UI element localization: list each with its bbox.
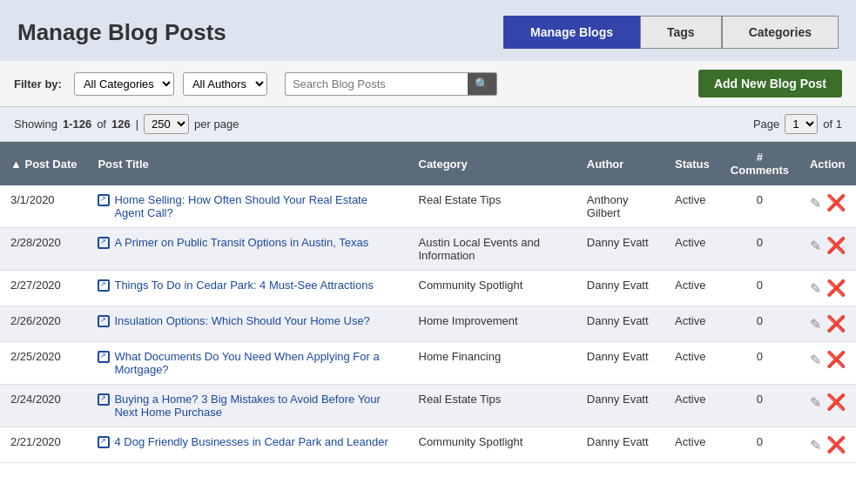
cell-date: 2/25/2020 bbox=[0, 342, 87, 385]
col-post-title: Post Title bbox=[87, 142, 408, 185]
post-title-text: What Documents Do You Need When Applying… bbox=[114, 350, 397, 376]
cell-author: Danny Evatt bbox=[576, 385, 664, 427]
page-label: Page bbox=[753, 118, 779, 131]
cell-status: Active bbox=[664, 427, 720, 463]
cell-comments: 0 bbox=[720, 271, 799, 306]
post-title-link[interactable]: Things To Do in Cedar Park: 4 Must-See A… bbox=[98, 279, 397, 292]
add-blog-post-button[interactable]: Add New Blog Post bbox=[698, 70, 842, 97]
table-row: 2/28/2020 A Primer on Public Transit Opt… bbox=[0, 228, 856, 271]
post-title-text: Home Selling: How Often Should Your Real… bbox=[114, 193, 397, 219]
col-status: Status bbox=[664, 142, 720, 185]
delete-button[interactable]: ❌ bbox=[826, 314, 846, 333]
search-icon: 🔍 bbox=[475, 77, 489, 91]
delete-button[interactable]: ❌ bbox=[826, 393, 846, 412]
cell-comments: 0 bbox=[720, 385, 799, 427]
delete-button[interactable]: ❌ bbox=[826, 236, 846, 255]
edit-button[interactable]: ✎ bbox=[810, 352, 821, 368]
cell-action: ✎ ❌ bbox=[799, 342, 856, 385]
filter-label: Filter by: bbox=[14, 77, 62, 91]
page-title: Manage Blog Posts bbox=[17, 19, 226, 46]
external-link-icon bbox=[98, 393, 110, 406]
cell-action: ✎ ❌ bbox=[799, 271, 856, 306]
edit-button[interactable]: ✎ bbox=[810, 195, 821, 212]
cell-category: Community Spotlight bbox=[408, 427, 576, 463]
cell-comments: 0 bbox=[720, 427, 799, 463]
cell-title: 4 Dog Friendly Businesses in Cedar Park … bbox=[87, 427, 408, 463]
cell-author: Danny Evatt bbox=[576, 271, 664, 306]
delete-button[interactable]: ❌ bbox=[826, 279, 846, 298]
edit-button[interactable]: ✎ bbox=[810, 394, 821, 411]
table-row: 2/24/2020 Buying a Home? 3 Big Mistakes … bbox=[0, 385, 856, 427]
post-title-text: Insulation Options: Which Should Your Ho… bbox=[114, 314, 369, 327]
table-header-row: ▲ Post Date Post Title Category Author S… bbox=[0, 142, 856, 185]
cell-category: Community Spotlight bbox=[408, 271, 576, 306]
cell-status: Active bbox=[664, 185, 720, 228]
cell-title: Home Selling: How Often Should Your Real… bbox=[87, 185, 408, 228]
cell-status: Active bbox=[664, 385, 720, 427]
page-select[interactable]: 1 bbox=[785, 114, 818, 134]
delete-button[interactable]: ❌ bbox=[826, 193, 846, 212]
post-title-text: Things To Do in Cedar Park: 4 Must-See A… bbox=[114, 279, 373, 292]
cell-title: What Documents Do You Need When Applying… bbox=[87, 342, 408, 385]
post-title-text: A Primer on Public Transit Options in Au… bbox=[114, 236, 368, 249]
filter-bar: Filter by: All Categories All Authors 🔍 … bbox=[0, 61, 856, 107]
post-title-link[interactable]: A Primer on Public Transit Options in Au… bbox=[98, 236, 397, 249]
showing-range: 1-126 bbox=[63, 118, 91, 131]
tab-tags[interactable]: Tags bbox=[640, 16, 722, 49]
post-title-link[interactable]: Home Selling: How Often Should Your Real… bbox=[98, 193, 397, 219]
cell-date: 2/28/2020 bbox=[0, 228, 87, 271]
post-title-text: 4 Dog Friendly Businesses in Cedar Park … bbox=[114, 435, 388, 448]
cell-author: Danny Evatt bbox=[576, 306, 664, 342]
post-title-link[interactable]: What Documents Do You Need When Applying… bbox=[98, 350, 397, 376]
cell-date: 2/27/2020 bbox=[0, 271, 87, 306]
category-filter[interactable]: All Categories bbox=[74, 72, 174, 96]
edit-button[interactable]: ✎ bbox=[810, 316, 821, 333]
cell-category: Austin Local Events and Information bbox=[408, 228, 576, 271]
external-link-icon bbox=[98, 237, 110, 249]
delete-button[interactable]: ❌ bbox=[826, 350, 846, 369]
tabs-area: Manage Blogs Tags Categories bbox=[503, 16, 839, 49]
search-button[interactable]: 🔍 bbox=[468, 72, 497, 96]
cell-author: Danny Evatt bbox=[576, 427, 664, 463]
delete-button[interactable]: ❌ bbox=[826, 435, 846, 454]
showing-label: Showing bbox=[14, 118, 57, 131]
cell-title: A Primer on Public Transit Options in Au… bbox=[87, 228, 408, 271]
external-link-icon bbox=[98, 194, 110, 206]
col-post-date[interactable]: ▲ Post Date bbox=[0, 142, 87, 185]
cell-action: ✎ ❌ bbox=[799, 306, 856, 342]
cell-date: 2/24/2020 bbox=[0, 385, 87, 427]
cell-action: ✎ ❌ bbox=[799, 427, 856, 463]
post-title-link[interactable]: Insulation Options: Which Should Your Ho… bbox=[98, 314, 397, 327]
cell-comments: 0 bbox=[720, 185, 799, 228]
per-page-select[interactable]: 250 bbox=[144, 114, 189, 134]
tab-categories[interactable]: Categories bbox=[722, 16, 839, 49]
cell-status: Active bbox=[664, 342, 720, 385]
cell-title: Things To Do in Cedar Park: 4 Must-See A… bbox=[87, 271, 408, 306]
page-header: Manage Blog Posts Manage Blogs Tags Cate… bbox=[0, 0, 856, 61]
cell-comments: 0 bbox=[720, 228, 799, 271]
tab-manage-blogs[interactable]: Manage Blogs bbox=[503, 16, 640, 49]
edit-button[interactable]: ✎ bbox=[810, 238, 821, 254]
author-filter[interactable]: All Authors bbox=[183, 72, 267, 96]
info-bar: Showing 1-126 of 126 | 250 per page Page… bbox=[0, 107, 856, 142]
per-page-label: per page bbox=[194, 118, 239, 131]
table-row: 2/26/2020 Insulation Options: Which Shou… bbox=[0, 306, 856, 342]
post-title-text: Buying a Home? 3 Big Mistakes to Avoid B… bbox=[114, 393, 397, 419]
post-title-link[interactable]: Buying a Home? 3 Big Mistakes to Avoid B… bbox=[98, 393, 397, 419]
external-link-icon bbox=[98, 436, 110, 448]
separator: | bbox=[136, 118, 138, 131]
of-pages: of 1 bbox=[823, 118, 842, 131]
cell-category: Home Financing bbox=[408, 342, 576, 385]
cell-status: Active bbox=[664, 228, 720, 271]
table-row: 3/1/2020 Home Selling: How Often Should … bbox=[0, 185, 856, 228]
edit-button[interactable]: ✎ bbox=[810, 437, 821, 454]
cell-comments: 0 bbox=[720, 306, 799, 342]
cell-category: Real Estate Tips bbox=[408, 185, 576, 228]
cell-date: 2/21/2020 bbox=[0, 427, 87, 463]
post-title-link[interactable]: 4 Dog Friendly Businesses in Cedar Park … bbox=[98, 435, 397, 448]
col-comments: #Comments bbox=[720, 142, 799, 185]
cell-author: Anthony Gilbert bbox=[576, 185, 664, 228]
search-input[interactable] bbox=[285, 72, 468, 96]
external-link-icon bbox=[98, 351, 110, 363]
edit-button[interactable]: ✎ bbox=[810, 280, 821, 297]
